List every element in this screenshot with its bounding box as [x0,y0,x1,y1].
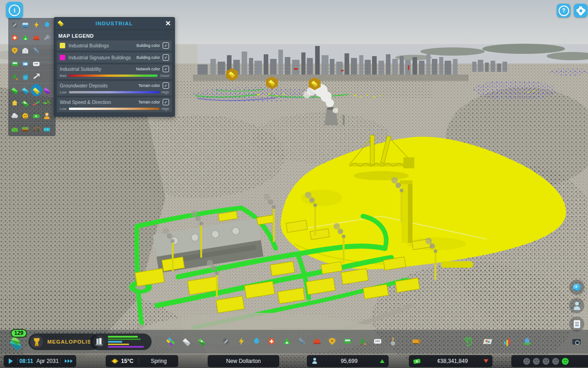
infoview-housing-button[interactable] [9,97,20,109]
industrial-signature-marker[interactable] [309,77,321,90]
infoview-industrial-button-selected[interactable] [31,84,42,96]
checkbox-checked[interactable]: ✓ [163,66,169,72]
infoview-healthcare-button[interactable] [9,32,20,44]
arrow-route-icon [31,72,41,82]
infoview-transportation-button[interactable] [9,58,20,70]
infoview-routes-button[interactable] [31,71,42,83]
checkbox-checked[interactable]: ✓ [163,99,169,105]
chirper-button[interactable] [569,280,584,295]
info-icon: i [9,5,20,16]
zoning-tool-button[interactable] [166,336,177,347]
infoview-ground-pollution-button[interactable] [9,123,20,135]
happiness-indicator[interactable] [511,355,588,367]
infoview-police-button[interactable] [9,45,20,57]
person-icon [571,300,582,311]
electricity-tool-button[interactable] [236,336,247,347]
sim-speed-button[interactable] [61,355,76,367]
purple-zone-diamond-icon [42,85,52,95]
infoview-post-button[interactable] [20,58,31,70]
house-icon [10,98,19,108]
infoview-office-button[interactable] [42,84,53,96]
close-icon[interactable]: ✕ [165,20,171,27]
legend-mode-label: Network color [136,67,160,71]
infoview-commercial-button[interactable] [20,84,31,96]
infoview-fire-button[interactable] [31,32,42,44]
infoview-noise-button[interactable] [31,123,42,135]
education-tool-button[interactable] [296,336,307,347]
police-tool-button[interactable] [327,336,338,347]
xp-level-indicator[interactable]: 129 [6,329,28,353]
play-pause-button[interactable] [4,355,17,367]
infoview-administration-button[interactable] [20,45,31,57]
water-tool-button[interactable] [251,336,262,347]
statistics-button[interactable] [502,336,513,347]
fire-rescue-tool-button[interactable] [311,336,322,347]
industrial-signature-marker[interactable] [266,76,278,89]
population-value: 95,699 [321,358,377,364]
gradient-max-label: High [162,107,169,111]
infoviews-toggle-button[interactable]: i [6,2,23,19]
bulldozer-tool-button[interactable] [411,336,422,347]
communications-tool-button[interactable] [372,336,383,347]
transportation-tool-button[interactable] [342,336,353,347]
infoview-roads-button[interactable] [9,19,20,31]
infoview-land-value-button[interactable] [20,97,31,109]
zoning-demand-indicator[interactable] [90,334,152,350]
specialized-industry-tool-button[interactable] [196,336,207,347]
infoview-greenery-button[interactable] [42,97,53,109]
infoview-communications-button[interactable] [31,58,42,70]
main-toolbar: 129 MEGALOPOLIS [0,330,588,354]
infoview-tourism-button[interactable] [20,71,31,83]
industrial-signature-marker[interactable] [226,68,238,81]
parks-tool-button[interactable] [357,336,368,347]
fire-helmet-icon [31,33,41,43]
temperature-value: 15°C [121,358,134,364]
demand-bar-office [108,346,144,348]
landscaping-tool-button[interactable] [387,336,398,347]
map-info-button[interactable] [482,336,493,347]
citizen-info-button[interactable] [569,298,584,313]
progression-button[interactable] [521,336,532,347]
infoview-money-button[interactable] [31,110,42,122]
milestone-indicator[interactable]: MEGALOPOLIS [28,334,100,350]
infoview-soil-button[interactable] [20,123,31,135]
suitability-gradient-bar [68,75,158,77]
climate-display: 15°C Spring [106,355,178,367]
legend-label: Industrial Suitability [60,66,136,72]
suitcase-icon [21,72,30,82]
government-building-icon [21,46,30,56]
roads-tool-button[interactable] [220,336,232,347]
healthcare-tool-button[interactable] [266,336,277,347]
demand-bars [108,336,147,348]
checkbox-checked[interactable]: ✓ [163,42,169,49]
economy-panel-button[interactable] [462,336,473,347]
tree-bench-icon [10,72,19,82]
infoview-parks-button[interactable] [9,71,20,83]
signature-buildings-tool-button[interactable] [181,336,192,347]
population-indicator[interactable]: 95,699 [307,355,389,367]
checkbox-checked[interactable]: ✓ [163,82,169,89]
treasury-indicator[interactable]: ¢38,341,849 [409,355,492,367]
infoview-levels-button[interactable] [31,97,42,109]
infoview-public-transport-button[interactable] [20,19,31,31]
infoview-air-pollution-button[interactable] [9,110,20,122]
infoview-workplaces-button[interactable] [42,110,53,122]
infoview-water-button[interactable] [42,19,53,31]
infoview-education-button[interactable] [31,45,42,57]
infoview-electricity-button[interactable] [31,19,42,31]
infoview-residential-button[interactable] [9,84,20,96]
settings-button[interactable] [574,4,588,17]
infoview-maintenance-button[interactable] [42,32,53,44]
green-zone-diamond-icon [10,85,19,95]
photo-mode-button[interactable] [571,336,582,347]
demand-bar-commercial [108,341,122,343]
cloud-icon [10,111,19,121]
legend-row-suitability: Industrial Suitability Network color ✓ B… [57,64,172,79]
garbage-tool-button[interactable] [281,336,292,347]
infoview-garbage-button[interactable] [20,32,31,44]
help-button[interactable]: ? [557,4,571,17]
checkbox-checked[interactable]: ✓ [163,54,169,61]
infoview-happiness-button[interactable] [20,110,31,122]
infoview-water-pollution-button[interactable] [42,123,53,135]
envelope-icon [21,59,30,69]
